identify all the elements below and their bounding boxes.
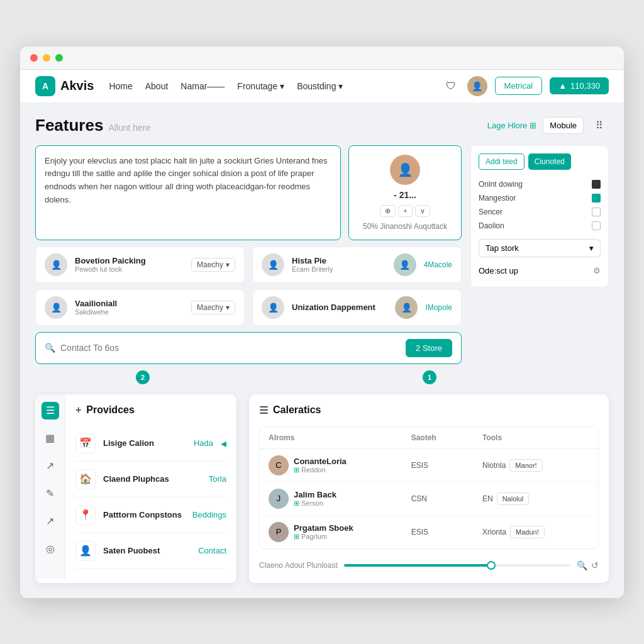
nav-boustding[interactable]: Boustding ▾ [297,81,343,91]
nav-icon-link[interactable]: ↗ [42,513,59,530]
nav-icon-share[interactable]: ↗ [42,457,59,475]
bottom-panels: ☰ ▦ ↗ ✎ ↗ ◎ + Providces 📅 [35,394,609,583]
nav-home[interactable]: Home [109,81,132,91]
provider-info-3: Saten Puobest [103,546,191,555]
action-btn-row: Addi teed Ciunoted [479,153,601,170]
tap-stork-dropdown[interactable]: Tap stork ▾ [479,239,601,257]
minimize-button[interactable] [43,54,50,62]
providers-nav: ☰ ▦ ↗ ✎ ↗ ◎ [35,394,65,579]
contact-dropdown-2[interactable]: Maechy ▾ [191,301,235,314]
action-buttons-small: ⊕ + ∨ [380,205,430,217]
provider-link-0[interactable]: Hada [194,438,213,448]
provider-item-3: 👤 Saten Puobest Contact [75,533,226,569]
checkbox-0[interactable] [592,180,601,189]
close-button[interactable] [30,54,38,62]
text-area-card: Enjoly your elevclus ane tost placic hal… [35,145,341,240]
cal-tool-label-0: Niotnla [482,461,506,470]
nav-icon-edit[interactable]: ✎ [42,485,59,502]
provider-name-2: Patttorm Conpstons [103,510,185,519]
contact-card-1: 👤 Bovetion Paicking Pewoth lut took Maec… [35,247,245,283]
expand-btn[interactable]: + [398,205,412,217]
contact-info-4: Unization Dappement [292,303,387,312]
grid-icon[interactable]: ⠿ [590,116,609,135]
nav-right: 🛡 👤 Metrical ▲ 110,330 [442,76,609,96]
cal-status-0: ESIS [411,461,482,470]
cal-tool-btn-0[interactable]: Manor! [509,459,542,472]
nav-icon-settings[interactable]: ◎ [42,540,59,558]
panel-arrow-0[interactable]: ◂ [221,436,226,450]
cal-tool-btn-1[interactable]: Nalolul [497,492,530,505]
nav-fronutage[interactable]: Fronutage ▾ [237,81,284,91]
contact-dropdown-1[interactable]: Maechy ▾ [191,258,235,272]
contact-avatar-2: 👤 [262,253,284,276]
contact-name-4: Unization Dappement [292,303,387,312]
contact-card-3: 👤 Vaailioniall Sakdiwehe Maechy ▾ [35,289,245,326]
logo-icon: A [35,76,55,96]
user-avatar-large: 👤 [390,155,420,185]
zoom-out-icon[interactable]: 🔍 [577,560,587,570]
provider-info-2: Patttorm Conpstons [103,510,185,519]
header-actions: Lage Hlore ⊞ Mobule ⠿ [487,116,609,135]
contact-sub-3: Sakdiwehe [75,308,184,316]
contact-card-2: 👤 Hista Pie Ecam Briterly 👤 4Macole [252,247,462,283]
provider-name-3: Saten Puobest [103,546,191,555]
col-saoteh: Saoteh [411,433,482,442]
contact-info-2: Hista Pie Ecam Briterly [292,256,386,273]
addi-teed-button[interactable]: Addi teed [479,153,525,170]
plus-icon-btn[interactable]: ⊕ [380,205,396,217]
slider-section: Claeno Adout Plunloast 🔍 ↺ [259,558,599,573]
store-button[interactable]: 2 Store [406,339,452,357]
cal-tool-btn-2[interactable]: Madun! [510,526,545,538]
cal-sub-1: ⊞ Serson [294,499,336,508]
user-info-card: 👤 - 21... ⊕ + ∨ 50% Jinanoshi Auquttack [348,145,462,240]
primary-action-button[interactable]: ▲ 110,330 [550,77,609,94]
fullscreen-button[interactable] [55,54,63,62]
cal-avatar-2: P [269,522,289,542]
provider-link-2[interactable]: Beddings [192,510,226,519]
view-mode-button[interactable]: Mobule [543,117,584,134]
logo[interactable]: A Akvis [35,76,94,96]
provider-link-3[interactable]: Contact [198,546,226,555]
ciunoted-button[interactable]: Ciunoted [528,153,571,170]
provider-item-1: 🏠 Claend Pluphcas Torla [75,462,226,497]
checkbox-2[interactable] [592,208,601,216]
contact-link-2[interactable]: IMopole [425,303,452,312]
nav-links: Home About Namar—— Fronutage ▾ Boustding… [109,81,426,91]
table-row: J Jalim Back ⊞ Serson CSN EN [260,482,598,516]
cal-sub-2: ⊞ Pagrlum [294,533,353,541]
shield-icon[interactable]: 🛡 [442,77,460,95]
contact-name-1: Bovetion Paicking [75,256,184,265]
zoom-in-icon[interactable]: ↺ [591,560,599,570]
settings-row: Ode:sct up ⚙ [479,262,601,279]
user-percentage: 50% Jinanoshi Auquttack [363,222,447,231]
slider-fill [344,564,491,567]
slider-label: Claeno Adout Plunloast [259,561,338,570]
contact-link-1[interactable]: 4Macole [424,260,452,269]
checkbox-1[interactable] [592,194,601,203]
provider-icon-2: 📍 [75,505,96,525]
settings-icon[interactable]: ⚙ [593,266,601,275]
caleratics-header: ☰ Caleratics [259,404,599,416]
cal-tool-label-1: EN [482,494,493,503]
lage-hlore-link[interactable]: Lage Hlore ⊞ [487,121,537,130]
contact-avatar-4b: 👤 [395,296,418,319]
nav-icon-grid[interactable]: ▦ [42,430,59,447]
provider-item-2: 📍 Patttorm Conpstons Beddings [75,497,226,533]
provider-name-1: Claend Pluphcas [103,474,201,484]
metrical-button[interactable]: Metrical [495,77,543,95]
search-input[interactable] [60,343,401,353]
slider-thumb[interactable] [487,561,496,570]
provider-link-1[interactable]: Torla [209,474,226,484]
top-row: Enjoly your elevclus ane tost placic hal… [35,145,609,364]
logo-text: Akvis [60,79,94,93]
nav-about[interactable]: About [145,81,169,91]
cal-avatar-1: J [269,489,289,509]
page-header: Features Allunt here Lage Hlore ⊞ Mobule… [35,116,609,135]
contact-avatar-2b: 👤 [394,253,416,276]
nav-namar[interactable]: Namar—— [180,81,225,91]
checkbox-3[interactable] [592,221,601,230]
nav-icon-menu[interactable]: ☰ [42,402,59,419]
user-avatar[interactable]: 👤 [467,76,487,96]
dropdown-mini-btn[interactable]: ∨ [415,205,430,217]
primary-label: 110,330 [570,81,600,91]
